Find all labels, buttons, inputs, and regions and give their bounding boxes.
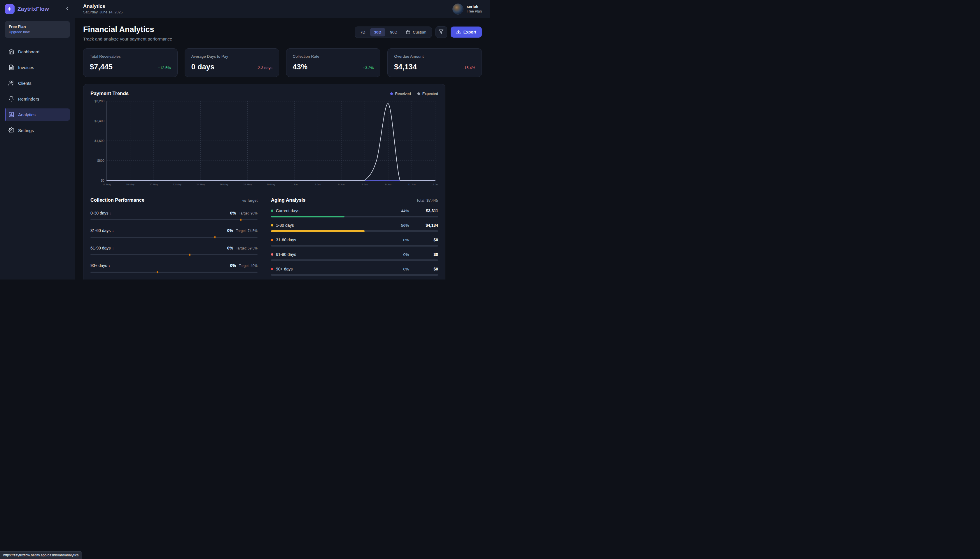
stat-label: Total Receivables xyxy=(90,54,171,59)
range-90d-button[interactable]: 90D xyxy=(386,28,401,36)
stat-delta: -15.4% xyxy=(463,66,475,71)
stat-card: Average Days to Pay0 days-2.3 days xyxy=(185,48,279,77)
bucket-label: 31-60 days↓ xyxy=(90,228,114,233)
svg-text:11 Jun: 11 Jun xyxy=(408,183,415,186)
progress-track xyxy=(90,272,257,273)
sidebar-item-invoices[interactable]: Invoices xyxy=(5,61,70,73)
trend-down-icon: ↓ xyxy=(112,229,114,233)
topbar-heading: Analytics Saturday, June 14, 2025 xyxy=(83,3,123,14)
bell-icon xyxy=(8,96,14,102)
filter-icon xyxy=(439,29,444,35)
chevron-left-icon xyxy=(65,6,70,12)
bucket-value: 0% xyxy=(227,246,233,250)
stat-card: Collection Rate43%+3.2% xyxy=(286,48,381,77)
legend-dot xyxy=(390,93,393,95)
svg-text:24 May: 24 May xyxy=(196,183,205,186)
sidebar-item-analytics[interactable]: Analytics xyxy=(5,108,70,121)
sidebar-item-label: Analytics xyxy=(18,112,36,117)
sidebar-item-label: Clients xyxy=(18,81,32,86)
bucket-percent: 56% xyxy=(394,223,409,228)
progress-track xyxy=(271,245,438,246)
users-icon xyxy=(8,80,14,86)
bucket-percent: 0% xyxy=(394,267,409,271)
svg-text:30 May: 30 May xyxy=(267,183,275,186)
svg-text:$800: $800 xyxy=(98,159,104,162)
progress-track xyxy=(90,254,257,255)
stat-label: Collection Rate xyxy=(293,54,374,59)
payment-trends-chart: $0$800$1,600$2,400$3,20016 May18 May20 M… xyxy=(90,98,438,189)
sidebar-item-settings[interactable]: Settings xyxy=(5,124,70,136)
svg-text:5 Jun: 5 Jun xyxy=(338,183,345,186)
stat-card: Total Receivables$7,445+12.5% xyxy=(83,48,177,77)
trend-down-icon: ↓ xyxy=(109,211,111,215)
file-icon xyxy=(8,64,14,70)
upgrade-link[interactable]: Upgrade now xyxy=(9,30,30,34)
page-subtitle: Track and analyze your payment performan… xyxy=(83,36,172,41)
bolt-icon xyxy=(5,4,15,14)
main-area: Analytics Saturday, June 14, 2025 seriok… xyxy=(75,0,490,280)
collection-row: 90+ days↓0%Target: 40% xyxy=(90,263,257,273)
aging-row: 90+ days0%$0 xyxy=(271,267,438,276)
sidebar-item-dashboard[interactable]: Dashboard xyxy=(5,45,70,58)
stat-value: 0 days xyxy=(191,63,215,71)
avatar[interactable] xyxy=(453,3,463,15)
bucket-label: 61-90 days↓ xyxy=(90,246,114,250)
plan-title: Free Plan xyxy=(9,25,66,29)
bucket-target: Target: 40% xyxy=(239,264,257,268)
bucket-amount: $0 xyxy=(418,238,438,242)
svg-text:7 Jun: 7 Jun xyxy=(361,183,368,186)
target-marker xyxy=(214,236,216,238)
sidebar-header: ZaytrixFlow xyxy=(0,0,75,18)
aging-row: 1-30 days56%$4,134 xyxy=(271,223,438,232)
svg-text:22 May: 22 May xyxy=(173,183,182,186)
bucket-percent: 0% xyxy=(394,238,409,242)
svg-text:$2,400: $2,400 xyxy=(95,119,104,123)
page-controls: 7D30D90DCustom Export xyxy=(355,26,482,38)
svg-text:13 Jun: 13 Jun xyxy=(431,183,438,186)
calendar-icon xyxy=(406,30,410,35)
range-7d-button[interactable]: 7D xyxy=(356,28,369,36)
page-header: Financial Analytics Track and analyze yo… xyxy=(83,25,482,41)
bucket-target: Target: 90% xyxy=(239,211,257,215)
aging-rows: Current days44%$3,3111-30 days56%$4,1343… xyxy=(271,208,438,276)
svg-text:$3,200: $3,200 xyxy=(95,99,104,103)
user-plan: Free Plan xyxy=(467,9,482,13)
page-content: Financial Analytics Track and analyze yo… xyxy=(75,18,490,280)
collection-performance-title: Collection Performance xyxy=(90,197,144,203)
topbar: Analytics Saturday, June 14, 2025 seriok… xyxy=(75,0,490,18)
chart-icon xyxy=(8,112,14,117)
legend-item-received[interactable]: Received xyxy=(390,91,411,96)
bucket-value: 0% xyxy=(230,211,236,215)
progress-track xyxy=(271,216,438,217)
legend-item-expected[interactable]: Expected xyxy=(417,91,438,96)
app-logo[interactable]: ZaytrixFlow xyxy=(5,4,49,14)
range-custom-button[interactable]: Custom xyxy=(402,28,431,36)
sidebar-collapse-button[interactable] xyxy=(63,5,71,13)
collection-row: 31-60 days↓0%Target: 74.5% xyxy=(90,228,257,238)
progress-track xyxy=(271,274,438,276)
svg-text:3 Jun: 3 Jun xyxy=(315,183,321,186)
sidebar: ZaytrixFlow Free Plan Upgrade now Dashbo… xyxy=(0,0,75,280)
sidebar-nav: DashboardInvoicesClientsRemindersAnalyti… xyxy=(0,45,75,136)
sidebar-item-clients[interactable]: Clients xyxy=(5,77,70,89)
bucket-dot-icon xyxy=(271,210,273,212)
export-button[interactable]: Export xyxy=(451,26,482,38)
user-menu[interactable]: seriok Free Plan xyxy=(453,3,482,15)
sidebar-item-reminders[interactable]: Reminders xyxy=(5,93,70,105)
bucket-dot-icon xyxy=(271,224,273,227)
aging-analysis-panel: Aging Analysis Total: $7,445 Current day… xyxy=(271,197,438,276)
stat-delta: -2.3 days xyxy=(257,66,272,71)
bucket-label: 31-60 days xyxy=(276,238,296,242)
svg-text:16 May: 16 May xyxy=(102,183,111,186)
collection-rows: 0-30 days↓0%Target: 90%31-60 days↓0%Targ… xyxy=(90,210,257,273)
svg-text:26 May: 26 May xyxy=(220,183,228,186)
bucket-amount: $4,134 xyxy=(418,223,438,228)
bucket-value: 0% xyxy=(227,228,233,233)
range-30d-button[interactable]: 30D xyxy=(370,28,386,36)
target-marker xyxy=(189,253,191,256)
trend-down-icon: ↓ xyxy=(108,264,110,268)
date-range-group: 7D30D90DCustom xyxy=(355,26,432,38)
page-title: Financial Analytics xyxy=(83,25,172,34)
sidebar-item-label: Settings xyxy=(18,128,34,133)
filter-button[interactable] xyxy=(436,26,447,38)
